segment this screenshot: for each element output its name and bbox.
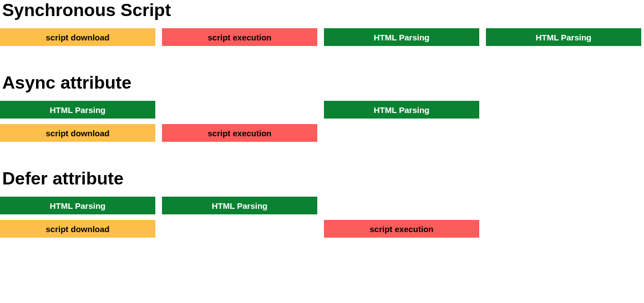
timeline-block-parsing: HTML Parsing bbox=[486, 28, 641, 46]
section-1: Async attributeHTML ParsingHTML Parsings… bbox=[0, 73, 644, 142]
timeline-row: HTML ParsingHTML Parsing bbox=[0, 197, 644, 214]
timeline-gap bbox=[162, 220, 317, 238]
timeline-block-parsing: HTML Parsing bbox=[324, 101, 479, 119]
timeline-row: script downloadscript execution bbox=[0, 124, 644, 142]
timeline-block-download: script download bbox=[0, 124, 155, 142]
section-0: Synchronous Scriptscript downloadscript … bbox=[0, 0, 644, 46]
timeline-block-execution: script execution bbox=[324, 220, 479, 238]
section-title: Defer attribute bbox=[2, 168, 644, 189]
timeline-gap bbox=[162, 101, 317, 119]
timeline-row: script downloadscript executionHTML Pars… bbox=[0, 28, 644, 46]
timeline-block-download: script download bbox=[0, 220, 155, 238]
section-title: Synchronous Script bbox=[2, 0, 644, 20]
section-2: Defer attributeHTML ParsingHTML Parsings… bbox=[0, 168, 644, 238]
section-title: Async attribute bbox=[2, 73, 644, 93]
timeline-block-parsing: HTML Parsing bbox=[324, 28, 479, 46]
timeline-row: script downloadscript execution bbox=[0, 220, 644, 238]
timeline-block-execution: script execution bbox=[162, 124, 317, 142]
timeline-block-download: script download bbox=[0, 28, 155, 46]
timeline-block-parsing: HTML Parsing bbox=[0, 197, 155, 214]
timeline-block-parsing: HTML Parsing bbox=[0, 101, 155, 119]
timeline-block-execution: script execution bbox=[162, 28, 317, 46]
timeline-row: HTML ParsingHTML Parsing bbox=[0, 101, 644, 119]
timeline-block-parsing: HTML Parsing bbox=[162, 197, 317, 214]
